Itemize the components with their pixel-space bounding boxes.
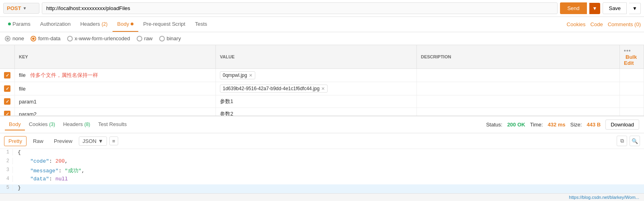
row1-checkbox[interactable] — [4, 72, 10, 79]
status-value: 200 OK — [507, 122, 525, 128]
request-tabs-row: Params Authorization Headers (2) Body Pr… — [0, 17, 644, 32]
url-input[interactable] — [42, 2, 558, 14]
col-value: VALUE — [216, 45, 417, 69]
format-select[interactable]: JSON ▼ — [79, 136, 107, 146]
radio-form-data-circle — [31, 36, 36, 41]
method-label: POST — [7, 5, 21, 11]
row2-more-cell — [620, 82, 644, 95]
row1-annotation: 传多个文件，属性名保持一样 — [30, 72, 98, 78]
code-link[interactable]: Code — [591, 21, 603, 27]
cookies-link[interactable]: Cookies — [567, 21, 586, 27]
line-num-4: 4 — [0, 176, 13, 182]
bulk-edit-button[interactable]: Bulk Edit — [624, 54, 637, 66]
radio-binary-circle — [159, 36, 165, 41]
resp-tab-test-results[interactable]: Test Results — [94, 119, 131, 130]
row2-file-remove-icon[interactable]: ✕ — [321, 86, 325, 91]
code-line-2: 2 "code": 200, — [0, 158, 644, 167]
fmt-tab-raw[interactable]: Raw — [29, 136, 47, 146]
row3-value-cell[interactable]: 参数1 — [216, 95, 417, 108]
row4-checkbox-cell[interactable] — [0, 108, 15, 116]
format-chevron-icon: ▼ — [98, 138, 103, 144]
row1-checkbox-cell[interactable] — [0, 69, 15, 82]
radio-urlencoded[interactable]: x-www-form-urlencoded — [67, 35, 130, 41]
resp-tab-body[interactable]: Body — [5, 119, 25, 130]
radio-none[interactable]: none — [5, 35, 24, 41]
row1-more-cell — [620, 69, 644, 82]
row4-desc-cell[interactable] — [417, 108, 620, 116]
row4-value-cell[interactable]: 参数2 — [216, 108, 417, 116]
status-bar: https://blog.csdn.net/blarkey/Wom... — [0, 193, 644, 201]
body-dot — [131, 23, 133, 25]
table-row: param1 参数1 — [0, 95, 644, 108]
row1-file-name: 0qmpwl.jpg — [223, 72, 247, 78]
body-type-row: none form-data x-www-form-urlencoded raw… — [0, 32, 644, 45]
row1-key[interactable]: file — [19, 72, 26, 78]
size-value: 443 B — [587, 122, 601, 128]
code-line-3: 3 "message": "成功", — [0, 167, 644, 176]
row2-checkbox-cell[interactable] — [0, 82, 15, 95]
tab-tests[interactable]: Tests — [190, 17, 212, 32]
format-label: JSON — [82, 138, 96, 144]
resp-tab-headers[interactable]: Headers (8) — [59, 119, 94, 130]
fmt-tab-pretty[interactable]: Pretty — [4, 136, 27, 146]
row3-more-cell — [620, 95, 644, 108]
row4-checkbox[interactable] — [4, 111, 10, 116]
row4-value: 参数2 — [220, 111, 233, 116]
copy-icon[interactable]: ⧉ — [617, 136, 627, 146]
response-meta: Status: 200 OK Time: 432 ms Size: 443 B … — [486, 120, 639, 130]
row1-value-cell: 0qmpwl.jpg ✕ — [216, 69, 417, 82]
format-right-icons: ⧉ 🔍 — [617, 136, 640, 146]
wrap-icon[interactable]: ≡ — [109, 136, 118, 145]
row2-desc-cell[interactable] — [417, 82, 620, 95]
method-chevron-icon: ▼ — [23, 6, 27, 10]
row4-more-cell — [620, 108, 644, 116]
tab-authorization[interactable]: Authorization — [35, 17, 76, 32]
params-dot — [8, 23, 11, 25]
row2-key[interactable]: file — [19, 86, 26, 92]
radio-raw[interactable]: raw — [137, 35, 153, 41]
size-label: Size: — [570, 122, 582, 128]
tab-pre-request[interactable]: Pre-request Script — [138, 17, 190, 32]
tab-headers[interactable]: Headers (2) — [76, 17, 113, 32]
row3-key[interactable]: param1 — [19, 99, 37, 105]
row1-desc-cell[interactable] — [417, 69, 620, 82]
format-row: Pretty Raw Preview JSON ▼ ≡ ⧉ 🔍 — [0, 133, 644, 149]
tab-body[interactable]: Body — [113, 17, 139, 32]
fmt-tab-preview[interactable]: Preview — [50, 136, 76, 146]
code-line-5: 5 } — [0, 184, 644, 193]
response-bar: Body Cookies (3) Headers (8) Test Result… — [0, 116, 644, 133]
download-button[interactable]: Download — [605, 120, 639, 130]
row3-value: 参数1 — [220, 98, 233, 104]
line-num-1: 1 — [0, 149, 13, 155]
row2-file-tag: 1d639b42-9516-42a7-b9dd-4e1c1f6dfc44.jpg… — [220, 85, 328, 93]
radio-form-data[interactable]: form-data — [31, 35, 61, 41]
time-label: Time: — [530, 122, 543, 128]
code-line-1: 1 { — [0, 149, 644, 158]
resp-tab-cookies[interactable]: Cookies (3) — [25, 119, 59, 130]
row3-checkbox[interactable] — [4, 98, 10, 105]
radio-binary[interactable]: binary — [159, 35, 181, 41]
line-num-3: 3 — [0, 167, 13, 173]
row3-checkbox-cell[interactable] — [0, 95, 15, 108]
line-content-5: } — [13, 184, 26, 191]
more-icon[interactable]: ••• — [624, 48, 631, 54]
tab-params[interactable]: Params — [3, 17, 35, 32]
table-row: file 传多个文件，属性名保持一样 0qmpwl.jpg ✕ — [0, 69, 644, 82]
params-table: KEY VALUE DESCRIPTION ••• Bulk Edit file… — [0, 45, 644, 116]
method-select[interactable]: POST ▼ — [3, 3, 39, 14]
send-dropdown-button[interactable]: ▼ — [589, 3, 601, 14]
search-icon[interactable]: 🔍 — [630, 136, 640, 146]
status-bar-url[interactable]: https://blog.csdn.net/blarkey/Wom... — [569, 195, 639, 200]
send-button[interactable]: Send — [560, 2, 587, 14]
row2-file-name: 1d639b42-9516-42a7-b9dd-4e1c1f6dfc44.jpg — [223, 86, 320, 91]
save-dropdown-button[interactable]: ▼ — [629, 3, 641, 14]
row1-file-remove-icon[interactable]: ✕ — [249, 73, 252, 78]
line-num-2: 2 — [0, 158, 13, 164]
comments-link[interactable]: Comments (0) — [608, 21, 641, 27]
col-more: ••• Bulk Edit — [620, 45, 644, 69]
row2-checkbox[interactable] — [4, 85, 10, 92]
row3-desc-cell[interactable] — [417, 95, 620, 108]
params-table-wrapper: KEY VALUE DESCRIPTION ••• Bulk Edit file… — [0, 45, 644, 116]
save-button[interactable]: Save — [603, 2, 627, 14]
row4-key[interactable]: param2 — [19, 111, 37, 116]
